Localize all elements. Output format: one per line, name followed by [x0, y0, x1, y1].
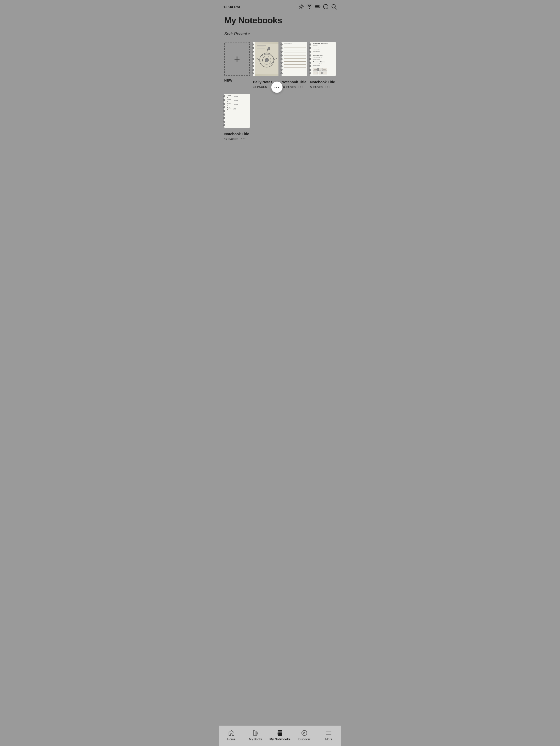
notebook-title-2: Notebook Title: [282, 80, 306, 84]
nav-label-my-notebooks: My Notebooks: [270, 738, 290, 741]
battery-icon: [315, 4, 320, 9]
search-icon[interactable]: [331, 4, 337, 9]
spiral-binding-3: [309, 42, 311, 76]
wifi-icon: [307, 4, 312, 9]
status-bar: 12:34 PM: [219, 0, 341, 12]
svg-rect-29: [278, 730, 282, 736]
nav-label-my-books: My Books: [249, 738, 262, 741]
nav-item-more[interactable]: More: [316, 729, 341, 741]
new-notebook-label: NEW: [224, 79, 232, 82]
notebook-cover-4[interactable]: Option 1 Option 2: [224, 94, 250, 128]
svg-line-5: [300, 5, 300, 5]
notebook-meta-daily-notes: 33 PAGES: [253, 85, 267, 88]
svg-rect-20: [268, 47, 270, 50]
nav-label-home: Home: [227, 738, 235, 741]
header: My Notebooks: [219, 12, 341, 25]
notebook-inner-4: Option 1 Option 2: [226, 94, 250, 128]
more-menu-button-active[interactable]: •••: [271, 82, 283, 93]
status-icons: [299, 4, 337, 9]
notebook-inner-daily-notes: [255, 42, 278, 76]
notebook-item-daily-notes[interactable]: Daily Notes 33 PAGES •••: [253, 42, 278, 89]
svg-point-0: [300, 6, 302, 8]
svg-rect-24: [257, 46, 266, 46]
sort-label[interactable]: Sort: Recent ▾: [224, 32, 250, 36]
new-notebook-item[interactable]: + NEW: [224, 42, 250, 89]
nav-item-discover[interactable]: Discover: [292, 729, 316, 741]
my-notebooks-icon: [276, 729, 284, 737]
notebook-title-daily-notes: Daily Notes: [253, 80, 272, 84]
more-button-3[interactable]: •••: [325, 85, 330, 89]
more-button-4[interactable]: •••: [241, 137, 246, 141]
sort-bar[interactable]: Sort: Recent ▾: [219, 28, 341, 40]
notebook-inner-2: Form Ideas: [284, 42, 307, 76]
nav-label-more: More: [325, 738, 332, 741]
svg-point-33: [278, 730, 278, 731]
svg-point-34: [278, 732, 278, 733]
svg-line-7: [303, 5, 303, 5]
notebook-cover-3[interactable]: Toolkits 1.6 – UX review Scenarios: Lore…: [310, 42, 336, 76]
brightness-icon: [299, 4, 304, 9]
notebook-meta-4: 17 PAGES •••: [224, 137, 246, 141]
notebook-pages-daily-notes: 33 PAGES: [253, 85, 267, 88]
notebook-item-3[interactable]: Toolkits 1.6 – UX review Scenarios: Lore…: [310, 42, 336, 89]
notebook-item-4[interactable]: Option 1 Option 2: [224, 94, 250, 141]
nav-item-home[interactable]: Home: [219, 729, 244, 741]
notebook-pages-4: 17 PAGES: [224, 138, 238, 141]
more-dots-icon: •••: [274, 85, 280, 89]
notebook-pages-2: 20 PAGES: [282, 86, 296, 89]
svg-line-6: [303, 8, 303, 8]
sort-chevron-icon: ▾: [248, 32, 250, 36]
notebook-inner-3: Toolkits 1.6 – UX review Scenarios: Lore…: [312, 42, 336, 76]
home-icon: [228, 729, 235, 737]
my-books-icon: [252, 729, 259, 737]
svg-rect-26: [257, 48, 265, 48]
bottom-nav: Home My Books: [219, 725, 341, 746]
svg-rect-27: [253, 730, 255, 736]
notebook-pages-3: 5 PAGES: [310, 86, 323, 89]
page-title: My Notebooks: [224, 15, 336, 25]
notebook-cover-2[interactable]: Form Ideas: [282, 42, 307, 76]
spiral-binding: [252, 42, 254, 76]
new-notebook-cover[interactable]: +: [224, 42, 250, 76]
notebook-meta-2: 20 PAGES •••: [282, 85, 303, 89]
svg-line-12: [335, 8, 337, 9]
svg-rect-10: [315, 6, 319, 7]
notebook-item-2[interactable]: Form Ideas: [282, 42, 307, 89]
notebooks-row2: Option 1 Option 2: [219, 94, 341, 146]
status-time: 12:34 PM: [223, 5, 240, 9]
svg-point-36: [278, 734, 278, 735]
more-icon: [325, 729, 332, 737]
spiral-binding-4: [223, 94, 225, 128]
discover-icon: [301, 729, 308, 737]
nav-label-discover: Discover: [299, 738, 310, 741]
svg-line-8: [300, 8, 300, 8]
svg-point-35: [278, 733, 278, 734]
bottom-spacer: [219, 146, 341, 169]
svg-rect-28: [255, 731, 257, 736]
notebook-title-4: Notebook Title: [224, 132, 249, 136]
spiral-binding-2: [281, 42, 283, 76]
svg-point-38: [304, 733, 305, 733]
notebook-meta-3: 5 PAGES •••: [310, 85, 330, 89]
notebooks-grid: + NEW: [219, 40, 341, 94]
svg-rect-25: [257, 47, 264, 47]
add-icon: +: [234, 54, 240, 64]
nav-item-my-books[interactable]: My Books: [244, 729, 268, 741]
sync-icon: [323, 4, 329, 9]
nav-item-my-notebooks[interactable]: My Notebooks: [268, 729, 292, 741]
notebook-cover-daily-notes[interactable]: [253, 42, 278, 76]
more-button-2[interactable]: •••: [298, 85, 303, 89]
notebook-title-3: Notebook Title: [310, 80, 335, 84]
